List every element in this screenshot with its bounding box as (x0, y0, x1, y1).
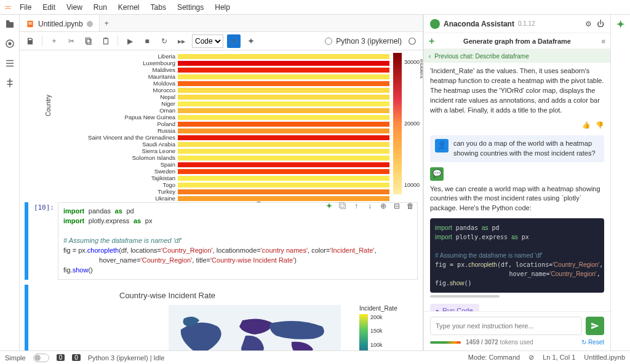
heatmap-bars (178, 53, 389, 194)
folder-icon[interactable] (4, 18, 15, 30)
menu-tabs[interactable]: Tabs (146, 2, 171, 13)
restart-button[interactable]: ↻ (158, 34, 171, 48)
svg-rect-5 (87, 39, 91, 44)
cell-type-select[interactable]: Code (192, 34, 223, 48)
power-icon[interactable]: ⏻ (597, 20, 604, 28)
code-editor[interactable]: import pandas as pd import plotly.expres… (58, 202, 418, 280)
assistant-input[interactable] (430, 317, 582, 335)
add-cell-button[interactable]: ＋ (47, 34, 61, 48)
feedback-row: 👍 👎 (430, 121, 604, 130)
duplicate-cell-icon[interactable]: ⿻ (338, 201, 348, 211)
cell-active-indicator (25, 285, 28, 350)
menu-file[interactable]: File (15, 2, 36, 13)
user-message: 👤 can you do a map of the world with a h… (430, 135, 604, 162)
legend-tick: 200k (370, 314, 383, 320)
menu-edit[interactable]: Edit (38, 2, 60, 13)
thumbs-up-icon[interactable]: 👍 (582, 121, 591, 130)
delete-cell-icon[interactable]: 🗑 (405, 201, 415, 211)
assistant-sidebar-icon[interactable]: ✦ (616, 18, 624, 30)
chevron-left-icon: ‹ (429, 53, 431, 60)
tokens-label: tokens used (500, 339, 533, 346)
previous-chat-label: Previous chat: Describe dataframe (434, 53, 528, 60)
cut-button[interactable]: ✂ (65, 34, 78, 48)
assistant-input-area: 1459 / 3072 tokens used ↻ Reset (424, 311, 610, 350)
save-button[interactable] (23, 34, 37, 48)
tab-title: Untitled.ipynb (38, 20, 83, 28)
svg-rect-6 (86, 38, 90, 42)
notification-icon[interactable]: ⊘ (528, 354, 534, 362)
simple-mode-toggle[interactable] (33, 354, 49, 362)
send-button[interactable] (586, 317, 604, 335)
assistant-panel: Anaconda Assistant 0.1.12 ⚙ ⏻ + Generate… (423, 15, 610, 350)
kernel-menu-icon[interactable] (405, 34, 419, 48)
code-cell[interactable]: [10]: ✦ ⿻ ↑ ↓ ⊕ ⊟ 🗑 import pandas as pd … (25, 202, 418, 280)
stop-button[interactable]: ■ (140, 34, 154, 48)
error-count-badge[interactable]: 0 (57, 354, 65, 361)
run-code-button[interactable]: ▸ Run Code (430, 304, 479, 311)
menu-view[interactable]: View (62, 2, 87, 13)
assistant-sparkle-icon[interactable]: ✦ (244, 34, 258, 48)
reset-button[interactable]: ↻ Reset (581, 339, 604, 346)
svg-rect-3 (28, 22, 32, 23)
kernel-name[interactable]: Python 3 (ipykernel) (336, 37, 402, 46)
run-code-label: Run Code (442, 306, 473, 311)
cell-toolbar: ✦ ⿻ ↑ ↓ ⊕ ⊟ 🗑 (324, 201, 415, 211)
render-icon[interactable]: ≡ (227, 34, 241, 48)
assistant-code-block[interactable]: import pandas as pd import plotly.expres… (430, 218, 604, 293)
previous-chat-link[interactable]: ‹ Previous chat: Describe dataframe (424, 49, 610, 63)
unsaved-dot-icon (87, 21, 93, 27)
paste-button[interactable] (99, 34, 113, 48)
kernel-status-text[interactable]: Python 3 (ipykernel) | Idle (88, 354, 165, 362)
new-tab-button[interactable]: + (100, 19, 114, 28)
menu-run[interactable]: Run (89, 2, 112, 13)
kernel-status-icon (325, 38, 332, 45)
toc-icon[interactable] (4, 58, 15, 69)
notebook-body[interactable]: Country LiberiaLuxembourgMaldivesMaurita… (20, 50, 423, 350)
left-sidebar (0, 15, 20, 350)
tab-bar: Untitled.ipynb + (20, 15, 423, 32)
menu-bar: File Edit View Run Kernel Tabs Settings … (0, 0, 630, 15)
move-up-icon[interactable]: ↑ (351, 201, 361, 211)
extension-icon[interactable] (4, 77, 15, 89)
cursor-position: Ln 1, Col 1 (543, 354, 575, 362)
play-icon: ▸ (436, 306, 440, 311)
main-area: Untitled.ipynb + ＋ ✂ ▶ ■ ↻ ▸▸ Code ≡ ✦ P… (0, 15, 630, 350)
heatmap-y-axis-label: Country (45, 95, 52, 116)
copy-button[interactable] (82, 34, 95, 48)
heatmap-y-ticks: LiberiaLuxembourgMaldivesMauritaniaMoldo… (58, 53, 178, 194)
svg-rect-7 (104, 38, 108, 44)
warning-count-badge[interactable]: 0 (72, 354, 81, 361)
assist-cell-icon[interactable]: ✦ (324, 201, 334, 211)
assistant-version: 0.1.12 (518, 20, 535, 27)
settings-icon[interactable]: ⚙ (585, 20, 592, 28)
tokens-used: 1459 / 3072 (466, 339, 498, 346)
user-avatar-icon: 👤 (435, 139, 449, 152)
colorbar-tick: 30000 (404, 59, 420, 65)
code-scrollbar[interactable] (430, 295, 500, 298)
choropleth-title: Country-wise Incident Rate (119, 291, 418, 300)
toolbar-separator (42, 36, 42, 47)
world-choropleth[interactable] (169, 305, 341, 350)
current-file: Untitled.ipynb (584, 354, 625, 362)
menu-help[interactable]: Help (210, 2, 235, 13)
thumbs-down-icon[interactable]: 👎 (596, 121, 604, 130)
run-button[interactable]: ▶ (123, 34, 137, 48)
menu-kernel[interactable]: Kernel (113, 2, 145, 13)
notebook-icon (26, 20, 34, 28)
insert-below-icon[interactable]: ⊟ (392, 201, 402, 211)
simple-mode-label: Simple (5, 354, 26, 362)
assistant-conversation[interactable]: 'Incident_Rate' as the values. Then, it … (424, 63, 610, 311)
notebook-tab[interactable]: Untitled.ipynb (20, 15, 100, 31)
output-cell: Country-wise Incident Rate (25, 285, 418, 350)
menu-settings[interactable]: Settings (172, 2, 209, 13)
colorbar-tick: 20000 (404, 121, 420, 127)
notebook-toolbar: ＋ ✂ ▶ ■ ↻ ▸▸ Code ≡ ✦ Python 3 (ipykerne… (20, 32, 423, 50)
insert-above-icon[interactable]: ⊕ (378, 201, 388, 211)
legend-tick: 100k (370, 342, 383, 348)
move-down-icon[interactable]: ↓ (365, 201, 375, 211)
cell-active-indicator (25, 202, 28, 280)
assistant-text: 'Incident_Rate' as the values. Then, it … (430, 66, 604, 116)
running-icon[interactable] (4, 38, 15, 49)
restart-run-all-button[interactable]: ▸▸ (175, 34, 188, 48)
colorbar-tick: 10000 (404, 182, 420, 188)
